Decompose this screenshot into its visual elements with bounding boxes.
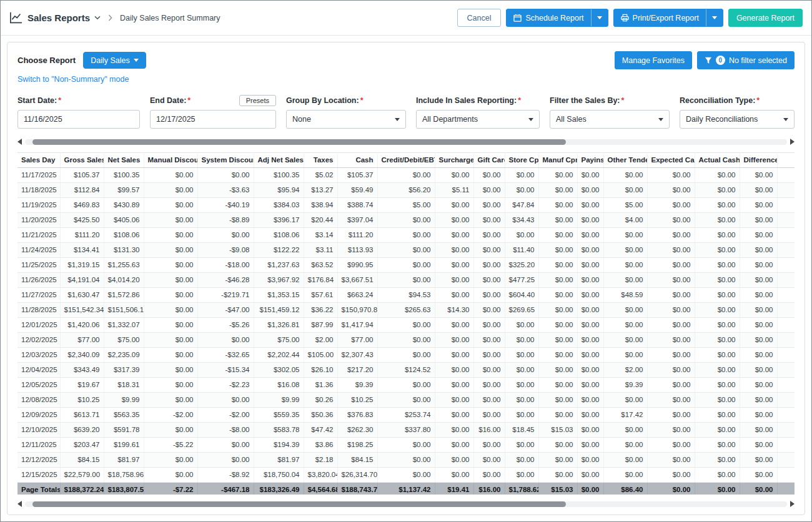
value-cell: $0.00 <box>647 408 695 423</box>
scroll-right-arrow-icon[interactable] <box>790 501 795 507</box>
include-in-sales-reporting-select[interactable]: All Departments <box>416 110 540 129</box>
value-cell: $0.00 <box>473 288 505 303</box>
value-cell: $36.22 <box>304 303 337 318</box>
value-cell: $0.00 <box>577 228 603 243</box>
schedule-report-button[interactable]: Schedule Report <box>506 9 608 27</box>
value-cell: $0.00 <box>144 258 197 273</box>
value-cell: $0.00 <box>538 213 577 228</box>
value-cell: $0.00 <box>695 333 740 348</box>
scroll-left-arrow-icon[interactable] <box>17 139 22 145</box>
table-row: 12/03/2025$2,340.09$2,235.09$0.00-$32.65… <box>17 348 795 363</box>
sales-day-cell: 12/04/2025 <box>17 363 60 378</box>
start-date-input[interactable] <box>17 110 140 129</box>
value-cell: $0.00 <box>144 318 197 333</box>
value-cell: $0.00 <box>144 168 197 183</box>
value-cell: $194.39 <box>254 438 304 453</box>
value-cell: $0.00 <box>538 168 577 183</box>
value-cell <box>777 318 795 333</box>
switch-mode-link[interactable]: Switch to "Non-Summary" mode <box>17 75 129 84</box>
value-cell: $0.00 <box>197 393 254 408</box>
table-row: 11/27/2025$1,630.47$1,572.86$0.00-$219.7… <box>17 288 795 303</box>
value-cell: $0.00 <box>473 303 505 318</box>
value-cell: $0.00 <box>435 453 473 468</box>
scrollbar-track[interactable] <box>25 139 787 145</box>
value-cell: $0.00 <box>473 243 505 258</box>
print-export-menu-toggle[interactable] <box>706 9 723 26</box>
breadcrumb-current: Daily Sales Report Summary <box>120 14 220 22</box>
value-cell: $3,667.51 <box>337 273 377 288</box>
value-cell: $1,630.47 <box>60 288 104 303</box>
cancel-button[interactable]: Cancel <box>457 9 502 27</box>
value-cell: $0.00 <box>740 303 777 318</box>
value-cell: $0.00 <box>144 363 197 378</box>
value-cell: $0.00 <box>577 273 603 288</box>
value-cell: $0.00 <box>695 438 740 453</box>
presets-button[interactable]: Presets <box>239 95 276 106</box>
value-cell: $397.04 <box>337 213 377 228</box>
value-cell: $0.00 <box>505 468 538 483</box>
value-cell: $337.80 <box>377 423 435 438</box>
report-section-dropdown[interactable]: Sales Reports <box>27 12 101 23</box>
value-cell: $0.00 <box>577 303 603 318</box>
value-cell: $0.00 <box>647 273 695 288</box>
value-cell: $0.00 <box>473 363 505 378</box>
value-cell: -$8.92 <box>197 468 254 483</box>
group-by-location-select[interactable]: None <box>286 110 406 129</box>
end-date-input[interactable] <box>150 110 276 129</box>
scrollbar-thumb[interactable] <box>32 139 566 145</box>
value-cell: $131.30 <box>104 243 144 258</box>
value-cell: $112.84 <box>60 183 104 198</box>
value-cell: $0.00 <box>144 198 197 213</box>
value-cell: $81.97 <box>104 453 144 468</box>
reconciliation-type-select[interactable]: Daily Reconciliations <box>680 110 795 129</box>
filter-status-label: No filter selected <box>729 56 787 65</box>
filter-sales-by-field: Filter the Sales By:* All Sales <box>550 95 670 129</box>
value-cell: $84.15 <box>337 453 377 468</box>
reconciliation-type-field: Reconciliation Type:* Daily Reconciliati… <box>680 95 795 129</box>
value-cell: $0.00 <box>695 453 740 468</box>
value-cell: $0.00 <box>435 348 473 363</box>
value-cell: $0.00 <box>577 288 603 303</box>
filter-sales-by-select[interactable]: All Sales <box>550 110 670 129</box>
schedule-report-menu-toggle[interactable] <box>592 9 608 26</box>
table-row: 11/20/2025$425.50$405.06$0.00-$8.89$396.… <box>17 213 795 228</box>
print-export-report-button[interactable]: Print/Export Report <box>613 9 723 27</box>
sales-day-cell: 12/01/2025 <box>17 318 60 333</box>
page-totals-label: Page Totals: <box>17 483 60 495</box>
generate-report-button[interactable]: Generate Report <box>728 9 803 27</box>
value-cell: $265.63 <box>377 303 435 318</box>
sales-day-cell: 12/10/2025 <box>17 423 60 438</box>
value-cell: $0.00 <box>144 183 197 198</box>
scroll-right-arrow-icon[interactable] <box>790 139 795 145</box>
value-cell: $217.20 <box>337 363 377 378</box>
value-cell: $0.00 <box>473 333 505 348</box>
column-header-store-cpn: Store Cpn <box>505 153 538 168</box>
value-cell: $0.00 <box>647 438 695 453</box>
value-cell: $0.00 <box>435 243 473 258</box>
table-row: 11/25/2025$1,319.15$1,255.63$0.00-$18.00… <box>17 258 795 273</box>
total-cell: $0.00 <box>647 483 695 495</box>
value-cell: $0.00 <box>505 453 538 468</box>
page-title: Sales Reports <box>27 12 90 23</box>
value-cell: $59.49 <box>337 183 377 198</box>
value-cell: $425.50 <box>60 213 104 228</box>
value-cell: $990.95 <box>337 258 377 273</box>
filter-sales-by-label: Filter the Sales By: <box>550 96 620 105</box>
report-type-select[interactable]: Daily Sales <box>83 52 146 69</box>
value-cell: $0.00 <box>435 333 473 348</box>
scroll-left-arrow-icon[interactable] <box>17 501 22 507</box>
scrollbar-thumb[interactable] <box>32 501 566 507</box>
value-cell: $77.00 <box>60 333 104 348</box>
filter-status-button[interactable]: 0 No filter selected <box>697 51 795 69</box>
value-cell: $75.00 <box>104 333 144 348</box>
scrollbar-track[interactable] <box>25 501 787 507</box>
manage-favorites-button[interactable]: Manage Favorites <box>615 51 692 69</box>
end-date-field: End Date:* Presets <box>150 95 276 129</box>
value-cell <box>777 213 795 228</box>
value-cell: $663.24 <box>337 288 377 303</box>
table-row: 11/28/2025$151,542.34$151,506.12$0.00-$4… <box>17 303 795 318</box>
value-cell: $0.00 <box>435 393 473 408</box>
value-cell: $0.00 <box>505 408 538 423</box>
value-cell: $0.00 <box>740 213 777 228</box>
value-cell: $1,353.15 <box>254 288 304 303</box>
